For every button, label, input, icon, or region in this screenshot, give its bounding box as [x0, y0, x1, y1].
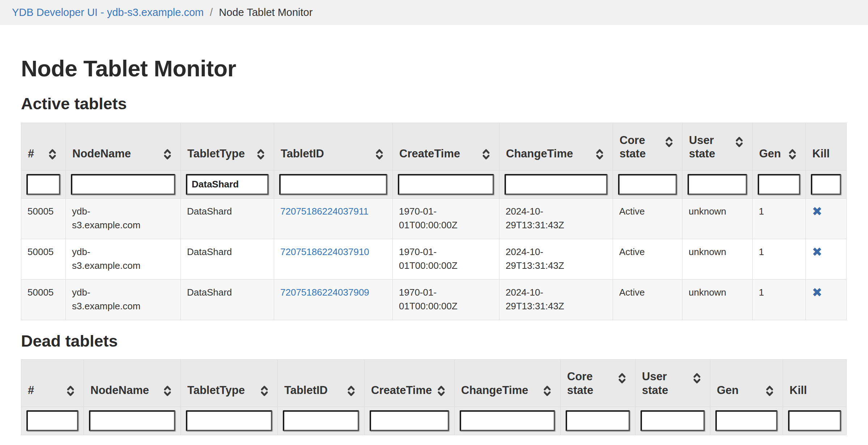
- dead-filter-row: [21, 407, 847, 435]
- dead-col-header-num[interactable]: #: [21, 359, 84, 407]
- active-col-header-nodename[interactable]: NodeName: [66, 123, 181, 170]
- active-header-row: # NodeName TabletType TabletID CreateTim…: [21, 123, 847, 170]
- sort-icon[interactable]: [347, 385, 356, 397]
- dead-filter-tablettype-input[interactable]: [186, 410, 272, 431]
- cell-kill: ✖: [806, 199, 847, 239]
- sort-icon[interactable]: [437, 385, 446, 397]
- active-col-header-corestate[interactable]: Core state: [613, 123, 682, 170]
- sort-icon[interactable]: [665, 136, 673, 148]
- breadcrumb: YDB Developer UI - ydb-s3.example.com / …: [0, 0, 868, 25]
- column-label: Kill: [790, 383, 807, 397]
- sort-icon[interactable]: [735, 136, 744, 148]
- sort-icon[interactable]: [765, 385, 774, 397]
- column-label: Core state: [567, 370, 600, 397]
- kill-tablet-icon[interactable]: ✖: [812, 204, 822, 218]
- dead-tablets-table: # NodeName TabletType TabletID CreateTim…: [21, 359, 847, 435]
- cell-tablettype: DataShard: [181, 199, 274, 239]
- dead-col-header-userstate[interactable]: User state: [635, 359, 710, 407]
- cell-tabletid: 72075186224037909: [274, 280, 393, 320]
- active-col-header-num[interactable]: #: [21, 123, 66, 170]
- cell-createtime: 1970-01-01T00:00:00Z: [393, 199, 499, 239]
- dead-col-header-tabletid[interactable]: TabletID: [278, 359, 365, 407]
- column-label: TabletID: [281, 147, 324, 161]
- active-filter-nodename-input[interactable]: [71, 174, 175, 195]
- dead-col-header-nodename[interactable]: NodeName: [84, 359, 181, 407]
- cell-num: 50005: [21, 239, 66, 280]
- active-filter-changetime-input[interactable]: [505, 174, 608, 195]
- active-filter-num-input[interactable]: [26, 174, 60, 195]
- dead-filter-userstate-input[interactable]: [641, 410, 705, 431]
- dead-filter-corestate-input[interactable]: [566, 410, 630, 431]
- dead-filter-nodename-input[interactable]: [89, 410, 175, 431]
- active-col-header-tablettype[interactable]: TabletType: [181, 123, 274, 170]
- breadcrumb-root-link[interactable]: YDB Developer UI - ydb-s3.example.com: [12, 7, 204, 18]
- cell-tabletid: 72075186224037910: [274, 239, 393, 280]
- cell-userstate: unknown: [682, 239, 753, 280]
- sort-icon[interactable]: [256, 149, 265, 160]
- sort-icon[interactable]: [375, 149, 384, 160]
- column-label: ChangeTime: [461, 383, 528, 397]
- column-label: NodeName: [90, 383, 149, 397]
- column-label: Gen: [759, 147, 781, 161]
- active-col-header-tabletid[interactable]: TabletID: [274, 123, 393, 170]
- sort-icon[interactable]: [260, 385, 269, 397]
- dead-col-header-changetime[interactable]: ChangeTime: [455, 359, 561, 407]
- dead-filter-kill-input[interactable]: [788, 410, 841, 431]
- column-label: #: [28, 383, 34, 397]
- kill-tablet-icon[interactable]: ✖: [812, 285, 822, 299]
- dead-col-header-tablettype[interactable]: TabletType: [181, 359, 278, 407]
- active-filter-gen-input[interactable]: [758, 174, 800, 195]
- sort-icon[interactable]: [482, 149, 490, 160]
- sort-icon[interactable]: [693, 373, 701, 384]
- active-filter-corestate-input[interactable]: [618, 174, 677, 195]
- dead-filter-tabletid-input[interactable]: [283, 410, 359, 431]
- sort-icon[interactable]: [788, 149, 797, 160]
- dead-filter-gen-input[interactable]: [715, 410, 778, 431]
- cell-tabletid: 72075186224037911: [274, 199, 393, 239]
- dead-col-header-corestate[interactable]: Core state: [561, 359, 635, 407]
- active-filter-tablettype-input[interactable]: [186, 174, 269, 195]
- tabletid-link[interactable]: 72075186224037910: [280, 246, 369, 257]
- active-filter-createtime-input[interactable]: [398, 174, 494, 195]
- sort-icon[interactable]: [543, 385, 552, 397]
- page-title: Node Tablet Monitor: [21, 55, 847, 81]
- column-label: NodeName: [72, 147, 131, 161]
- sort-icon[interactable]: [163, 149, 172, 160]
- dead-filter-createtime-input[interactable]: [370, 410, 449, 431]
- active-tablets-heading: Active tablets: [21, 94, 847, 113]
- sort-icon[interactable]: [48, 149, 57, 160]
- dead-filter-changetime-input[interactable]: [460, 410, 555, 431]
- cell-createtime: 1970-01-01T00:00:00Z: [393, 280, 499, 320]
- tabletid-link[interactable]: 72075186224037909: [280, 287, 369, 298]
- breadcrumb-current: Node Tablet Monitor: [219, 7, 312, 18]
- column-label: Core state: [620, 134, 653, 161]
- dead-filter-num-input[interactable]: [26, 410, 78, 431]
- active-col-header-userstate[interactable]: User state: [682, 123, 753, 170]
- cell-changetime: 2024-10-29T13:31:43Z: [499, 199, 613, 239]
- active-col-header-createtime[interactable]: CreateTime: [393, 123, 499, 170]
- tabletid-link[interactable]: 72075186224037911: [280, 206, 369, 217]
- dead-col-header-gen[interactable]: Gen: [710, 359, 783, 407]
- column-label: TabletType: [187, 147, 245, 161]
- table-row: 50005 ydb-s3.example.com DataShard 72075…: [21, 280, 847, 320]
- dead-col-header-createtime[interactable]: CreateTime: [365, 359, 455, 407]
- kill-tablet-icon[interactable]: ✖: [812, 245, 822, 259]
- sort-icon[interactable]: [66, 385, 75, 397]
- sort-icon[interactable]: [618, 373, 626, 384]
- sort-icon[interactable]: [163, 385, 172, 397]
- cell-corestate: Active: [613, 239, 682, 280]
- column-label: Gen: [717, 383, 739, 397]
- active-filter-kill-input[interactable]: [811, 174, 841, 195]
- cell-gen: 1: [753, 280, 806, 320]
- active-filter-userstate-input[interactable]: [688, 174, 747, 195]
- active-col-header-gen[interactable]: Gen: [753, 123, 806, 170]
- active-col-header-changetime[interactable]: ChangeTime: [499, 123, 613, 170]
- cell-tablettype: DataShard: [181, 280, 274, 320]
- dead-tablets-heading: Dead tablets: [21, 332, 847, 351]
- column-label: TabletType: [187, 383, 245, 397]
- sort-icon[interactable]: [595, 149, 604, 160]
- active-filter-tabletid-input[interactable]: [279, 174, 387, 195]
- dead-header-row: # NodeName TabletType TabletID CreateTim…: [21, 359, 847, 407]
- column-label: ChangeTime: [506, 147, 573, 161]
- cell-nodename: ydb-s3.example.com: [66, 199, 181, 239]
